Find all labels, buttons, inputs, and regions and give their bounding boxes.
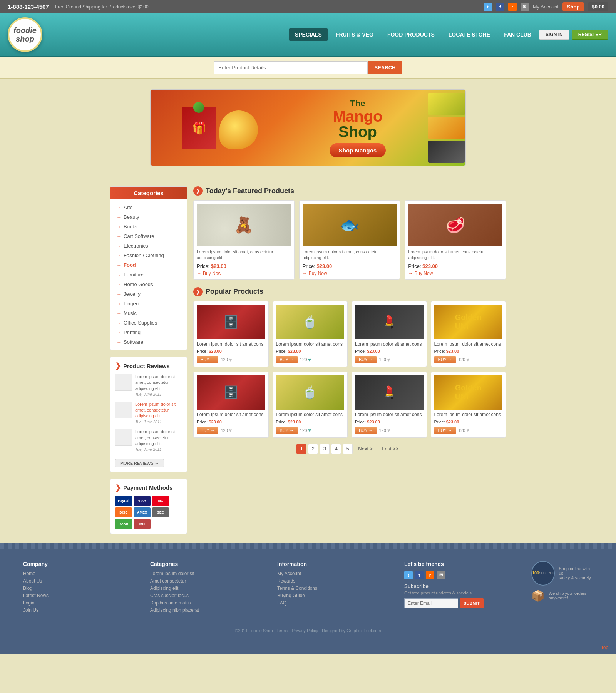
footer-categories-title: Categories	[150, 561, 262, 567]
footer-twitter[interactable]: t	[404, 571, 413, 579]
footer-cat-3[interactable]: Adipiscing elit	[150, 586, 262, 591]
twitter-icon[interactable]: t	[484, 3, 492, 11]
buy-button-8[interactable]: BUY →	[434, 427, 456, 434]
category-item[interactable]: →Electronics	[110, 241, 187, 251]
buy-button-2[interactable]: BUY →	[276, 356, 298, 363]
footer-rss[interactable]: r	[426, 571, 434, 579]
search-input[interactable]	[214, 61, 368, 74]
footer-cat-4[interactable]: Cras suscipit lacus	[150, 593, 262, 598]
page-last[interactable]: Last >>	[378, 444, 402, 453]
nav-specials[interactable]: SPECIALS	[289, 28, 328, 41]
signin-button[interactable]: SIGN IN	[539, 30, 569, 40]
heart-icon-5[interactable]: ♥	[229, 427, 232, 433]
thumb-lemon[interactable]	[428, 93, 465, 115]
footer-cat-5[interactable]: Dapibus ante mattis	[150, 600, 262, 606]
category-item[interactable]: →Furniture	[110, 270, 187, 280]
footer-email[interactable]: ✉	[437, 571, 445, 579]
heart-icon-8[interactable]: ♥	[466, 427, 469, 433]
footer-about[interactable]: About Us	[23, 578, 135, 584]
category-item[interactable]: →Music	[110, 308, 187, 318]
footer-rewards[interactable]: Rewards	[277, 578, 389, 584]
nav-fruits[interactable]: FRUITS & VEG	[330, 28, 380, 41]
footer-cat-1[interactable]: Lorem ipsum dolor sit	[150, 571, 262, 576]
more-reviews-button[interactable]: MORE REVIEWS →	[115, 459, 164, 467]
subscribe-button[interactable]: SUBMIT	[460, 598, 484, 608]
heart-icon-4[interactable]: ♥	[466, 357, 469, 363]
sidebar: Categories →Arts→Beauty→Books→Cart Softw…	[110, 186, 187, 534]
page-next[interactable]: Next >	[354, 444, 377, 453]
featured-buy-1[interactable]: → Buy Now	[197, 271, 291, 276]
search-button[interactable]: SEARCH	[368, 61, 403, 74]
category-item[interactable]: →Lingerie	[110, 299, 187, 308]
nav-fan-club[interactable]: FAN CLUB	[498, 28, 537, 41]
heart-icon-7[interactable]: ♥	[387, 427, 390, 433]
review-item: Lorem ipsum dolor sit amet, consectetur …	[115, 429, 182, 453]
cat-arrow-icon: →	[117, 291, 121, 297]
facebook-icon[interactable]: f	[496, 3, 504, 11]
footer-faq[interactable]: FAQ	[277, 600, 389, 606]
heart-icon-1[interactable]: ♥	[229, 357, 232, 363]
page-5[interactable]: 5	[343, 444, 353, 454]
footer-home[interactable]: Home	[23, 571, 135, 576]
nav-locate-store[interactable]: LOCATE STORE	[442, 28, 496, 41]
footer-info-title: Information	[277, 561, 389, 567]
email-icon[interactable]: ✉	[521, 3, 529, 11]
category-item[interactable]: →Jewelry	[110, 289, 187, 299]
category-item[interactable]: →Books	[110, 222, 187, 231]
buy-button-4[interactable]: BUY →	[434, 356, 456, 363]
cart-price[interactable]: $0.00	[588, 2, 608, 11]
footer-join[interactable]: Join Us	[23, 608, 135, 613]
buy-button-3[interactable]: BUY →	[355, 356, 377, 363]
footer-terms[interactable]: Terms & Conditions	[277, 586, 389, 591]
heart-icon-2[interactable]: ♥	[308, 357, 311, 363]
thumb-bottles[interactable]	[428, 141, 465, 163]
category-item[interactable]: →Home Goods	[110, 280, 187, 289]
featured-product-1: 🧸 Lorem ipsum dolor sit amet, cons ectet…	[193, 200, 295, 280]
footer-categories: Categories Lorem ipsum dolor sit Amet co…	[150, 561, 262, 615]
featured-buy-2[interactable]: → Buy Now	[303, 271, 397, 276]
popular-title-5: Lorem ipsum dolor sit amet cons	[197, 412, 265, 418]
footer-my-account[interactable]: My Account	[277, 571, 389, 576]
footer-news[interactable]: Latest News	[23, 593, 135, 598]
buy-button-7[interactable]: BUY →	[355, 427, 377, 434]
rss-icon[interactable]: r	[508, 3, 517, 11]
heart-icon-6[interactable]: ♥	[308, 427, 311, 433]
category-item[interactable]: →Food	[110, 260, 187, 270]
secure-text: Shop online with us safely & securely	[559, 566, 593, 580]
shop-mangos-button[interactable]: Shop Mangos	[330, 143, 386, 157]
footer-friends-title: Let's be friends	[404, 561, 516, 567]
buy-button-6[interactable]: BUY →	[276, 427, 298, 434]
buy-button-1[interactable]: BUY →	[197, 356, 218, 363]
top-link[interactable]: Top	[601, 645, 608, 650]
page-2[interactable]: 2	[308, 444, 318, 454]
page-1[interactable]: 1	[296, 444, 306, 454]
featured-buy-3[interactable]: → Buy Now	[408, 271, 502, 276]
thumb-mango[interactable]	[428, 117, 465, 139]
category-item[interactable]: →Beauty	[110, 212, 187, 222]
buy-button-5[interactable]: BUY →	[197, 427, 218, 434]
category-item[interactable]: →Office Supplies	[110, 318, 187, 328]
logo-badge[interactable]: foodie shop	[8, 17, 42, 52]
my-account-link[interactable]: My Account	[533, 4, 559, 10]
payment-box: ❯ Payment Methods PayPal VISA MC DISC AM…	[110, 479, 187, 534]
page-4[interactable]: 4	[331, 444, 341, 454]
category-item[interactable]: →Software	[110, 337, 187, 347]
footer-cat-6[interactable]: Adipiscing nibh placerat	[150, 608, 262, 613]
register-button[interactable]: REGISTER	[572, 30, 608, 40]
footer-buying[interactable]: Buying Guide	[277, 593, 389, 598]
category-item[interactable]: →Cart Software	[110, 231, 187, 241]
category-item[interactable]: →Fashion / Clothing	[110, 251, 187, 260]
subscribe-email-input[interactable]	[404, 598, 458, 608]
shop-button[interactable]: Shop	[562, 2, 584, 11]
heart-icon-3[interactable]: ♥	[387, 357, 390, 363]
footer-cat-2[interactable]: Amet consectetur	[150, 578, 262, 584]
popular-product-6: 🍵 Lorem ipsum dolor sit amet cons Price:…	[273, 372, 348, 438]
popular-product-5: 🗄️ Lorem ipsum dolor sit amet cons Price…	[193, 372, 269, 438]
category-item[interactable]: →Arts	[110, 203, 187, 212]
footer-blog[interactable]: Blog	[23, 586, 135, 591]
footer-facebook[interactable]: f	[415, 571, 424, 579]
category-item[interactable]: →Printing	[110, 328, 187, 337]
page-3[interactable]: 3	[320, 444, 330, 454]
footer-login[interactable]: Login	[23, 600, 135, 606]
nav-food-products[interactable]: FOOD PRODUCTS	[381, 28, 441, 41]
